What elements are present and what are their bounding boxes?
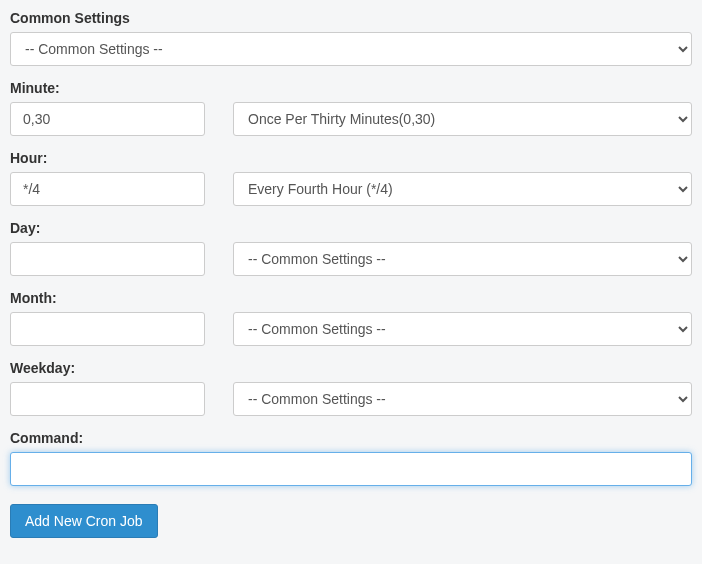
month-input[interactable]: [10, 312, 205, 346]
minute-input[interactable]: [10, 102, 205, 136]
add-cron-job-button[interactable]: Add New Cron Job: [10, 504, 158, 538]
hour-label: Hour:: [10, 150, 692, 166]
day-label: Day:: [10, 220, 692, 236]
weekday-label: Weekday:: [10, 360, 692, 376]
hour-select[interactable]: Every Fourth Hour (*/4): [233, 172, 692, 206]
month-select[interactable]: -- Common Settings --: [233, 312, 692, 346]
day-select[interactable]: -- Common Settings --: [233, 242, 692, 276]
command-label: Command:: [10, 430, 692, 446]
common-settings-label: Common Settings: [10, 10, 692, 26]
common-settings-select[interactable]: -- Common Settings --: [10, 32, 692, 66]
weekday-select[interactable]: -- Common Settings --: [233, 382, 692, 416]
hour-input[interactable]: [10, 172, 205, 206]
minute-label: Minute:: [10, 80, 692, 96]
month-label: Month:: [10, 290, 692, 306]
weekday-input[interactable]: [10, 382, 205, 416]
minute-select[interactable]: Once Per Thirty Minutes(0,30): [233, 102, 692, 136]
command-input[interactable]: [10, 452, 692, 486]
day-input[interactable]: [10, 242, 205, 276]
